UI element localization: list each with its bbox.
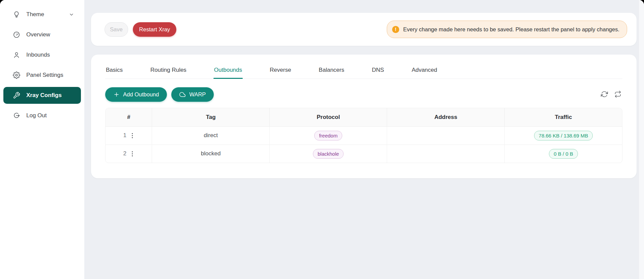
sidebar-item-label: Xray Configs — [26, 92, 62, 99]
row-number: 2 — [123, 150, 126, 157]
row-menu-button[interactable] — [130, 150, 134, 157]
dashboard-icon — [13, 31, 20, 38]
sidebar-item-label: Theme — [26, 11, 44, 18]
bulb-icon — [13, 11, 20, 18]
chevron-down-icon — [69, 12, 74, 17]
sidebar-item-theme[interactable]: Theme — [3, 6, 81, 23]
sidebar-item-inbounds[interactable]: Inbounds — [3, 46, 81, 63]
refresh-button[interactable] — [600, 90, 609, 100]
plus-icon — [113, 91, 120, 98]
repeat-icon — [614, 91, 621, 99]
table-row: 1 direct freedom 78.66 KB / 138.69 MB — [106, 126, 622, 145]
column-header-protocol: Protocol — [269, 108, 387, 126]
logout-icon — [13, 112, 20, 119]
warp-label: WARP — [189, 91, 206, 98]
sidebar-item-log-out[interactable]: Log Out — [3, 107, 81, 124]
sidebar-item-panel-settings[interactable]: Panel Settings — [3, 67, 81, 84]
sidebar-item-label: Overview — [26, 31, 50, 38]
cloud-icon — [179, 91, 186, 98]
address-cell — [387, 126, 505, 145]
table-actions-row: Add Outbound WARP — [105, 87, 622, 102]
column-header-traffic: Traffic — [504, 108, 622, 126]
tab-outbounds[interactable]: Outbounds — [213, 63, 243, 79]
traffic-badge: 0 B / 0 B — [549, 149, 578, 159]
add-outbound-label: Add Outbound — [123, 91, 159, 98]
toolbar-card: Save Restart Xray Every change made here… — [91, 13, 637, 46]
tab-bar: Basics Routing Rules Outbounds Reverse B… — [105, 63, 622, 79]
restart-xray-button[interactable]: Restart Xray — [133, 22, 177, 37]
sidebar-nav: Theme Overview Inbounds — [0, 6, 84, 124]
sidebar-item-label: Panel Settings — [26, 72, 63, 79]
column-header-address: Address — [387, 108, 505, 126]
warp-button[interactable]: WARP — [171, 87, 214, 102]
warning-icon — [392, 26, 399, 33]
tab-basics[interactable]: Basics — [105, 63, 123, 79]
tab-dns[interactable]: DNS — [371, 63, 385, 79]
app-window: Theme Overview Inbounds — [0, 0, 644, 279]
tag-cell: direct — [152, 126, 270, 145]
outbounds-table: # Tag Protocol Address Traffic 1 — [105, 108, 622, 163]
sidebar-item-label: Log Out — [26, 112, 47, 119]
sidebar-item-label: Inbounds — [26, 52, 50, 58]
add-outbound-button[interactable]: Add Outbound — [105, 87, 167, 102]
user-icon — [13, 51, 20, 59]
sidebar: Theme Overview Inbounds — [0, 0, 84, 279]
sidebar-item-xray-configs[interactable]: Xray Configs — [3, 87, 81, 104]
tab-advanced[interactable]: Advanced — [411, 63, 438, 79]
column-header-index: # — [106, 108, 152, 126]
table-header-row: # Tag Protocol Address Traffic — [106, 108, 622, 126]
wrench-icon — [13, 92, 20, 99]
gear-icon — [13, 71, 20, 79]
sync-icon — [601, 91, 608, 99]
tab-routing-rules[interactable]: Routing Rules — [150, 63, 187, 79]
save-button[interactable]: Save — [105, 22, 128, 37]
sidebar-item-overview[interactable]: Overview — [3, 26, 81, 43]
main-content: Save Restart Xray Every change made here… — [84, 0, 639, 279]
tag-cell: blocked — [152, 145, 270, 163]
xray-configs-card: Basics Routing Rules Outbounds Reverse B… — [91, 55, 637, 178]
row-number: 1 — [123, 132, 126, 139]
column-header-tag: Tag — [152, 108, 270, 126]
traffic-badge: 78.66 KB / 138.69 MB — [534, 131, 593, 141]
scrollbar[interactable] — [639, 0, 644, 279]
warning-alert: Every change made here needs to be saved… — [387, 21, 627, 38]
alert-text: Every change made here needs to be saved… — [403, 26, 619, 33]
swap-button[interactable] — [613, 90, 622, 100]
protocol-badge: freedom — [314, 131, 342, 141]
tab-reverse[interactable]: Reverse — [269, 63, 292, 79]
table-row: 2 blocked blackhole 0 B / 0 B — [106, 145, 622, 163]
row-menu-button[interactable] — [130, 132, 134, 139]
protocol-badge: blackhole — [313, 149, 344, 159]
address-cell — [387, 145, 505, 163]
tab-balancers[interactable]: Balancers — [318, 63, 345, 79]
